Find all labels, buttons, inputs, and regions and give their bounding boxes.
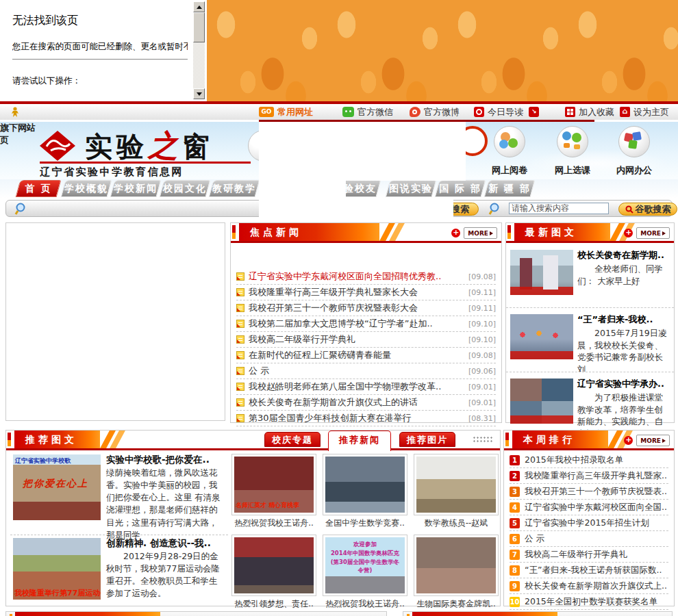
rank-item[interactable]: 4辽宁省实验中学东戴河校区面向全国.. <box>510 500 668 515</box>
weibo-link[interactable]: 官方微博 <box>410 106 460 118</box>
rank-item[interactable]: 9校长关俊奇在新学期首次升旗仪式上.. <box>510 578 668 594</box>
triangle-down-icon <box>197 92 202 96</box>
news-item[interactable]: 我校高二年级举行开学典礼[09.10] <box>236 332 496 348</box>
share-button[interactable]: ↘ <box>529 106 539 118</box>
rank-item[interactable]: 6公 示 <box>510 531 668 547</box>
scroll-down-button[interactable] <box>193 88 205 99</box>
more-plus-icon[interactable]: + <box>451 229 460 238</box>
focus-news-title: 焦点新闻 <box>239 223 379 241</box>
latest-item[interactable]: 校长关俊奇在新学期..全校老师们、同学们： 大家早上好 <box>506 244 674 308</box>
blank-dropdown-overlay-2 <box>259 180 346 198</box>
tab-recommended-pics[interactable]: 推荐图片 <box>399 432 455 447</box>
recommend-item-body: 绿荫掩映着红墙，微风吹送花香。实验中学美丽的校园，我们把你爱在心上。这里 有清泉… <box>106 467 225 541</box>
photo-card[interactable]: 生物国际奥赛金牌凯.. <box>414 535 499 610</box>
focus-news-list: 辽宁省实验中学东戴河校区面向全国招聘优秀教..[09.08] 我校隆重举行高三年… <box>236 269 496 426</box>
daily-guide-link[interactable]: 今日导读 <box>474 106 523 118</box>
recommend-thumbnail: 我校隆重举行第77届运动会 <box>13 538 101 600</box>
rank-item[interactable]: 2我校隆重举行高三年级开学典礼暨家.. <box>510 468 668 484</box>
news-item[interactable]: 辽宁省实验中学东戴河校区面向全国招聘优秀教..[09.08] <box>236 269 496 285</box>
tab-international[interactable]: 国 际 部 <box>437 180 484 197</box>
photo-card[interactable]: 名师汇英才 精心育桃李 热烈祝贺我校王诺舟.. <box>231 454 316 529</box>
card-image <box>416 537 496 593</box>
thumb-overlay-bottom: 我校隆重举行第77届运动会 <box>14 588 101 598</box>
tab-teaching-research[interactable]: 教研教学 <box>211 180 258 197</box>
news-item[interactable]: 第30届全国青少年科技创新大赛在港举行[08.31] <box>236 411 496 426</box>
news-item[interactable]: 校长关俊奇在新学期首次升旗仪式上的讲话[09.01] <box>236 395 496 411</box>
tab-school-news[interactable]: 学校新闻 <box>112 180 159 197</box>
latest-pics-panel: 最新图文 + MORE 校长关俊奇在新学期..全校老师们、同学们： 大家早上好 … <box>505 222 675 423</box>
header-underline <box>231 241 501 243</box>
latest-pics-more-button[interactable]: MORE <box>636 227 670 239</box>
scrollbar[interactable] <box>193 1 205 99</box>
photo-card[interactable]: 欢迎参加 2014年中国数学奥林匹克 (第30届全国中学生数学冬令营) 热烈祝贺… <box>323 535 407 610</box>
tab-photo-gallery[interactable]: 图说实验 <box>388 180 434 197</box>
rank-item[interactable]: 102015年全国初中数学联赛获奖名单 <box>510 594 668 610</box>
wechat-link[interactable]: 官方微信 <box>342 106 393 118</box>
scroll-up-button[interactable] <box>193 1 205 12</box>
intranet-office-icon[interactable] <box>618 126 650 157</box>
latest-pics-header: 最新图文 + MORE <box>506 223 674 241</box>
set-homepage-link[interactable]: ⌂ 设为主页 <box>620 106 669 118</box>
news-item[interactable]: 我校第二届加拿大文思博学校“辽宁学者”赴加..[09.10] <box>236 316 496 332</box>
rank-item[interactable]: 7我校高二年级举行开学典礼 <box>510 547 668 563</box>
intranet-office-label[interactable]: 内网办公 <box>616 164 652 177</box>
rank-item[interactable]: 12015年我校中招录取名单 <box>510 452 668 468</box>
course-selection-icon[interactable] <box>557 126 588 157</box>
rank-badge: 10 <box>510 597 520 607</box>
search-icon-2 <box>488 203 502 216</box>
photo-card[interactable]: 数学教练员--赵斌 <box>414 454 499 529</box>
photo-card[interactable]: 全国中学生数学竞赛.. <box>323 454 407 529</box>
news-item[interactable]: 我校隆重举行高三年级开学典礼暨家长大会[09.11] <box>236 285 496 300</box>
red-search-icon <box>625 205 633 214</box>
focus-news-more-button[interactable]: MORE <box>464 227 497 239</box>
note-icon <box>236 320 244 328</box>
tab-anniversary[interactable]: 校庆专题 <box>264 432 321 447</box>
rank-item[interactable]: 8“王”者归来-我校王诺舟斩获国际数.. <box>510 563 668 578</box>
rank-item[interactable]: 5辽宁省实验中学2015年招生计划 <box>510 515 668 531</box>
course-selection-label[interactable]: 网上选课 <box>555 164 590 177</box>
latest-item[interactable]: 辽宁省实验中学承办..为了积极推进课堂教学改革，培养学生创新能力、实践能力、自主… <box>506 372 674 437</box>
common-sites-link[interactable]: GO 常用网址 <box>259 106 313 118</box>
search-input[interactable] <box>509 203 609 214</box>
news-item[interactable]: 我校召开第三十一个教师节庆祝暨表彰大会[09.11] <box>236 300 496 316</box>
photo-card[interactable]: 热爱引领梦想、责任.. <box>231 535 316 610</box>
news-date: [08.31] <box>468 414 496 423</box>
rank-badge: 9 <box>510 581 520 591</box>
logo-underline <box>40 162 251 164</box>
news-item[interactable]: 我校赵皓明老师在第八届全国中学物理教学改革..[09.01] <box>236 379 496 395</box>
recommend-thumbnail: 辽宁省实验中学校歌 把你爱在心上 <box>13 454 101 520</box>
online-grading-icon[interactable] <box>494 126 525 157</box>
tab-recommended-news[interactable]: 推荐新闻 <box>328 431 391 451</box>
card-caption: 全国中学生数学竞赛.. <box>323 517 407 529</box>
recommend-item[interactable]: 我校隆重举行第77届运动会 创新精神. 创造意识--我.. 2012年9月28-… <box>10 536 228 604</box>
recommend-item[interactable]: 辽宁省实验中学校歌 把你爱在心上 实验中学校歌-把你爱在.. 绿荫掩映着红墙，微… <box>10 452 228 535</box>
thumbnail-caption-strip <box>510 351 573 359</box>
add-favorite-link[interactable]: 加入收藏 <box>565 106 614 118</box>
google-search-button[interactable]: 谷歌搜索 <box>618 203 677 216</box>
news-thumbnail <box>510 314 573 359</box>
news-item[interactable]: 在新时代的征程上汇聚磅礴青春能量[09.08] <box>236 348 496 363</box>
scroll-thumb[interactable] <box>193 12 205 42</box>
favorite-icon <box>565 107 575 117</box>
latest-item[interactable]: “王”者归来-我校..2015年7月19日凌晨，我校校长关俊奇、党委书记兼常务副… <box>506 308 674 372</box>
header-underline <box>6 448 500 450</box>
card-image <box>325 457 405 513</box>
rank-item[interactable]: 3我校召开第三十一个教师节庆祝暨表.. <box>510 484 668 500</box>
more-plus-icon[interactable]: + <box>624 436 633 445</box>
note-icon <box>236 398 244 407</box>
weekly-rank-more-button[interactable]: MORE <box>636 435 670 446</box>
more-plus-icon[interactable]: + <box>624 229 633 238</box>
note-icon <box>236 272 244 281</box>
online-grading-label[interactable]: 网上阅卷 <box>492 164 527 177</box>
share-arrow-icon: ↘ <box>529 107 539 117</box>
note-icon <box>236 304 244 312</box>
news-item[interactable]: 公 示[09.06] <box>236 363 496 379</box>
thumbnail-caption-strip <box>510 287 573 295</box>
search-icon <box>14 203 28 216</box>
tab-xinjiang[interactable]: 新 疆 部 <box>486 180 533 197</box>
tab-home[interactable]: 首 页 <box>18 180 59 197</box>
tab-school-overview[interactable]: 学校概貌 <box>63 180 110 197</box>
weekly-rank-panel: 本周排行 + MORE 12015年我校中招录取名单 2我校隆重举行高三年级开学… <box>503 430 675 606</box>
accent-bar <box>507 225 511 239</box>
tab-campus-culture[interactable]: 校园文化 <box>162 180 208 197</box>
